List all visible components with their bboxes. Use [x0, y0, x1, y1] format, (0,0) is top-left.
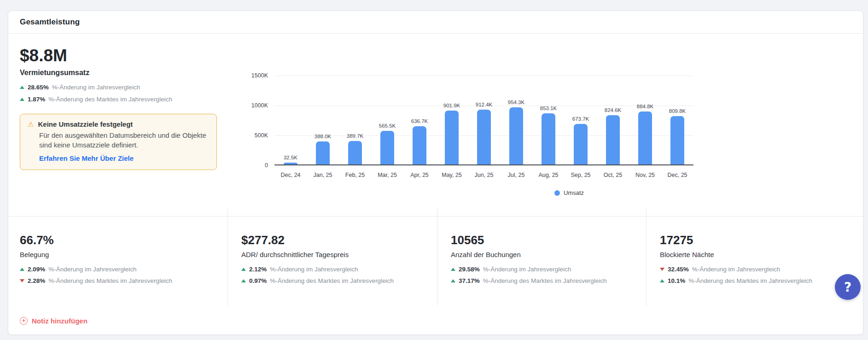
chart-bar — [445, 111, 459, 164]
bar-value-label: 673.7K — [572, 116, 589, 122]
bar-group: 901.9K — [436, 103, 468, 164]
change-row: 28.65%%-Änderung im Jahresvergleich — [20, 84, 232, 91]
chart-bar — [477, 110, 491, 164]
bar-group: 673.7K — [565, 116, 597, 164]
bar-value-label: 636.7K — [411, 118, 428, 124]
kpi-changes: 29.58%%-Änderung im Jahresvergleich37.17… — [451, 266, 641, 284]
x-axis-category-label: Apr, 25 — [403, 172, 436, 178]
y-axis-tick-label: 1000K — [251, 102, 268, 109]
change-row: 2.09%%-Änderung im Jahresvergleich — [20, 266, 223, 273]
add-plus-icon: + — [20, 317, 28, 325]
bar-group: 389.7K — [339, 133, 371, 164]
trend-up-icon — [241, 268, 246, 271]
goal-notice-box: ⚠ Keine Umsatzziele festgelegt Für den a… — [20, 114, 217, 170]
revenue-bar-chart: 0500K1000K1500K32.5K388.0K389.7K565.5K63… — [249, 51, 710, 203]
add-note-label: Notiz hinzufügen — [32, 317, 87, 325]
change-label: %-Änderung im Jahresvergleich — [692, 266, 780, 273]
change-row: 0.97%%-Änderung des Marktes im Jahresver… — [241, 277, 432, 284]
legend-item-umsatz[interactable]: Umsatz — [554, 189, 584, 196]
kpi-row: 66.7%Belegung2.09%%-Änderung im Jahresve… — [8, 217, 863, 309]
change-label: %-Änderung im Jahresvergleich — [52, 84, 140, 91]
change-value: 2.28% — [28, 277, 45, 284]
change-row: 29.58%%-Änderung im Jahresvergleich — [451, 266, 641, 273]
kpi-value: 10565 — [451, 233, 641, 247]
kpi-value: 17275 — [660, 233, 858, 247]
bar-group: 636.7K — [403, 118, 436, 164]
goal-notice-body: Für den ausgewählten Datumsbereich und d… — [39, 130, 209, 151]
chart-bar — [380, 131, 394, 165]
trend-up-icon — [20, 86, 24, 89]
change-row: 32.45%%-Änderung im Jahresvergleich — [660, 266, 858, 273]
x-axis-category-label: Dec, 24 — [274, 172, 307, 178]
help-button[interactable]: ? — [835, 274, 861, 300]
change-row: 2.28%%-Änderung des Marktes im Jahresver… — [20, 277, 223, 284]
kpi-label: Anzahl der Buchungen — [451, 251, 641, 258]
bar-value-label: 912.4K — [476, 102, 492, 107]
chart-bar — [413, 126, 426, 164]
bar-group: 809.8K — [661, 108, 693, 164]
change-row: 37.17%%-Änderung des Marktes im Jahresve… — [451, 277, 641, 284]
chart-bars: 32.5K388.0K389.7K565.5K636.7K901.9K912.4… — [274, 100, 693, 164]
bar-value-label: 884.8K — [637, 104, 653, 109]
legend-label: Umsatz — [564, 189, 584, 196]
page-title: Gesamtleistung — [20, 18, 80, 27]
kpi-label: Belegung — [20, 251, 223, 258]
trend-up-icon — [20, 98, 24, 101]
x-axis-category-label: Jan, 25 — [307, 172, 339, 178]
trend-up-icon — [660, 279, 664, 282]
bar-group: 912.4K — [468, 102, 500, 164]
kpi-card: $277.82ADR/ durchschnittlicher Tagesprei… — [227, 217, 437, 309]
bar-value-label: 32.5K — [284, 155, 297, 160]
revenue-value: $8.8M — [20, 47, 232, 65]
chart-legend: Umsatz — [360, 189, 779, 196]
change-label: %-Änderung im Jahresvergleich — [270, 266, 358, 273]
goal-notice-title: Keine Umsatzziele festgelegt — [38, 120, 133, 128]
change-row: 2.12%%-Änderung im Jahresvergleich — [241, 266, 432, 273]
x-axis-category-label: Aug, 25 — [532, 172, 565, 178]
change-label: %-Änderung des Marktes im Jahresvergleic… — [483, 277, 607, 284]
card-footer: + Notiz hinzufügen — [8, 309, 863, 325]
x-axis-category-label: Feb, 25 — [339, 172, 371, 178]
y-axis-tick-label: 0 — [265, 162, 268, 169]
kpi-changes: 32.45%%-Änderung im Jahresvergleich10.1%… — [660, 266, 858, 284]
x-axis-category-label: Mar, 25 — [371, 172, 403, 178]
chart-bar — [606, 115, 620, 164]
bar-group: 388.0K — [307, 134, 339, 164]
change-value: 2.12% — [249, 266, 267, 273]
chart-bar — [670, 116, 684, 164]
add-note-button[interactable]: + Notiz hinzufügen — [20, 317, 87, 325]
revenue-summary: $8.8M Vermietungsumsatz 28.65%%-Änderung… — [20, 47, 232, 170]
goal-notice-header: ⚠ Keine Umsatzziele festgelegt — [28, 120, 209, 128]
learn-more-goals-link[interactable]: Erfahren Sie Mehr Über Ziele — [39, 154, 134, 162]
question-mark-icon: ? — [844, 280, 851, 295]
y-axis-tick-label: 1500K — [251, 72, 268, 79]
trend-up-icon — [451, 268, 455, 271]
change-value: 32.45% — [668, 266, 689, 273]
bar-value-label: 565.5K — [379, 123, 396, 129]
chart-bar — [316, 141, 330, 164]
chart-bar — [284, 163, 297, 164]
bar-value-label: 809.8K — [669, 108, 686, 114]
y-axis-tick-label: 500K — [255, 132, 268, 139]
bar-value-label: 954.3K — [508, 100, 524, 105]
kpi-value: $277.82 — [241, 233, 432, 247]
bar-group: 565.5K — [371, 123, 403, 165]
kpi-label: ADR/ durchschnittlicher Tagespreis — [241, 251, 432, 258]
legend-dot-icon — [554, 190, 560, 196]
kpi-label: Blockierte Nächte — [660, 251, 858, 258]
change-value: 0.97% — [249, 277, 267, 284]
change-label: %-Änderung im Jahresvergleich — [483, 266, 571, 273]
change-label: %-Änderung des Marktes im Jahresvergleic… — [270, 277, 394, 284]
chart-bar — [348, 141, 362, 164]
bar-group: 954.3K — [500, 100, 532, 164]
x-axis-category-label: Oct, 25 — [597, 172, 629, 178]
kpi-card: 10565Anzahl der Buchungen29.58%%-Änderun… — [437, 217, 646, 309]
chart-bar — [638, 111, 652, 164]
x-axis-category-label: Jun, 25 — [468, 172, 500, 178]
change-label: %-Änderung des Marktes im Jahresvergleic… — [48, 277, 172, 284]
kpi-changes: 2.09%%-Änderung im Jahresvergleich2.28%%… — [20, 266, 223, 284]
warning-icon: ⚠ — [28, 121, 34, 128]
bar-group: 884.8K — [629, 104, 661, 164]
chart-bar — [509, 107, 523, 164]
trend-down-icon — [20, 279, 24, 282]
